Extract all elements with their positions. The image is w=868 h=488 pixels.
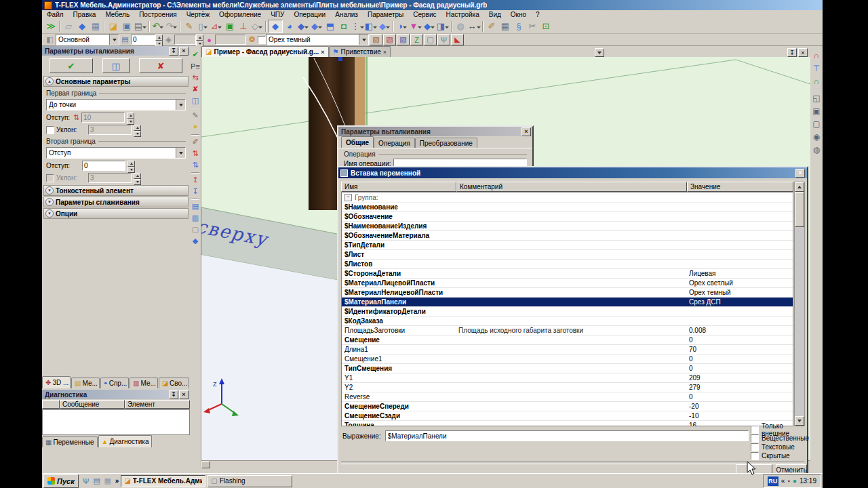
menu-item[interactable]: Мебель <box>100 11 134 18</box>
undo-icon[interactable]: ↶ <box>151 20 165 33</box>
paperclip-icon[interactable]: § <box>512 20 526 33</box>
extrusion-dialog-title-bar[interactable]: Параметры выталкивания × <box>338 127 532 136</box>
variable-row[interactable]: Толщина 16 <box>342 421 793 426</box>
ok-button[interactable]: ✔ <box>50 58 93 73</box>
scroll-left-box[interactable] <box>201 461 210 468</box>
slope2-input[interactable] <box>88 173 132 183</box>
print-icon[interactable]: ▤ <box>134 20 147 33</box>
sketch-icon[interactable]: ✎ <box>182 20 196 33</box>
task-flashing[interactable]: ▢Flashing <box>208 475 292 487</box>
filter-option[interactable]: Вещественные <box>751 434 809 442</box>
close-icon[interactable]: × <box>179 47 189 56</box>
insert-dialog-title-bar[interactable]: Вставка переменной × <box>338 167 807 178</box>
preview-icon[interactable]: ◫ <box>190 95 201 106</box>
select-box-icon[interactable]: ⊡ <box>539 20 553 33</box>
layer-number-input[interactable] <box>131 35 155 45</box>
level-input[interactable] <box>174 35 196 45</box>
menu-item[interactable]: Операции <box>289 11 330 18</box>
tab-list-dropdown-icon[interactable] <box>595 48 604 57</box>
variable-row[interactable]: $ОбозначениеМатериала <box>342 231 793 241</box>
filter-option[interactable]: Текстовые <box>751 443 809 451</box>
filter-checkbox[interactable] <box>751 434 759 443</box>
warning-edit-icon[interactable]: ✶ <box>190 121 201 133</box>
workplane-icon[interactable]: ▣ <box>223 20 237 33</box>
z-direction-icon[interactable]: Z <box>410 34 423 45</box>
offset1-spinner[interactable] <box>127 113 134 123</box>
variable-row[interactable]: Смещение1 0 <box>342 354 793 364</box>
combo-dropdown-icon[interactable] <box>176 148 185 158</box>
mesh-sphere-icon[interactable]: ◍ <box>454 20 467 33</box>
tab-help[interactable]: ◓Спр... <box>100 378 129 388</box>
magnet-off-icon[interactable]: ∩ <box>811 49 823 62</box>
variable-row[interactable]: $Лист <box>342 250 793 260</box>
filter-checkbox[interactable] <box>751 426 759 434</box>
save-icon[interactable]: ▣ <box>120 20 134 33</box>
redo-icon[interactable]: ↷ <box>165 20 178 33</box>
menu-item[interactable]: Сервис <box>408 11 441 18</box>
start-button[interactable]: Пуск <box>43 474 79 488</box>
unlink-icon[interactable]: ✂ <box>526 20 539 33</box>
body-select-icon[interactable]: ◆ <box>190 235 201 247</box>
offset1-input[interactable] <box>81 113 125 123</box>
cancel-icon[interactable]: ✘ <box>190 83 201 95</box>
layer-spinner[interactable] <box>155 35 163 45</box>
scroll-up-icon[interactable] <box>795 182 804 192</box>
variable-row[interactable]: СмещениеСпереди -20 <box>342 402 793 411</box>
cut-body-icon[interactable]: ◑ <box>395 20 409 33</box>
offset2-input[interactable] <box>82 161 125 171</box>
menu-item[interactable]: Файл <box>42 11 68 18</box>
texture-front-icon[interactable]: ▧ <box>383 34 396 45</box>
slope1-checkbox[interactable] <box>46 126 54 134</box>
variable-row[interactable]: СмещениеСзади -10 <box>342 411 793 421</box>
pin-icon[interactable]: ↧ <box>787 48 797 57</box>
filter-option[interactable]: Только внешние <box>751 426 809 433</box>
section-smoothing[interactable]: ▼ Параметры сглаживания <box>43 197 189 207</box>
menu-item[interactable]: ЧПУ <box>266 11 289 18</box>
edit-contour-icon[interactable]: ✐ <box>190 136 201 148</box>
calculator-icon[interactable]: ▦ <box>498 20 512 33</box>
material-override-checkbox[interactable] <box>258 36 266 44</box>
variable-row[interactable]: Длина1 70 <box>342 345 793 354</box>
texture-side-icon[interactable]: ▧ <box>397 34 410 45</box>
to-point-icon[interactable]: ↥ <box>190 174 201 186</box>
variable-row[interactable]: Reverse 0 <box>342 392 793 402</box>
slope1-spinner[interactable] <box>134 125 141 135</box>
face-set2-icon[interactable]: ▥ <box>190 212 201 224</box>
cancel-button[interactable]: ✘ <box>139 58 182 73</box>
dialog-tab[interactable]: Операция <box>374 138 415 148</box>
extrusion-icon[interactable]: ◆ <box>268 20 283 33</box>
blend-icon[interactable]: ◆ <box>310 20 323 33</box>
menu-item[interactable]: ? <box>531 11 545 18</box>
solid-icon[interactable]: ◆ <box>422 20 436 33</box>
edit-document-icon[interactable]: ✐ <box>485 20 498 33</box>
tab-menu2[interactable]: ▥Ме... <box>130 378 158 388</box>
swap-direction-icon[interactable]: ⇆ <box>190 72 201 83</box>
vertex-node[interactable] <box>338 57 342 61</box>
filter-checkbox[interactable] <box>751 452 759 460</box>
zoom-selection-icon[interactable]: ◍ <box>811 143 823 156</box>
variable-row[interactable]: $МатериалПанели Срез ДСП <box>342 298 793 307</box>
new-3d-model-icon[interactable]: ◆ <box>75 20 89 33</box>
variable-row[interactable]: $СторонаДетали Лицевая <box>342 269 793 279</box>
tab-3d[interactable]: ✥3D ... <box>42 376 71 388</box>
variable-row[interactable]: $ИдентификаторДетали <box>342 307 793 317</box>
close-icon[interactable]: × <box>179 390 189 399</box>
section-thin-wall[interactable]: ▼ Тонкостенный элемент <box>43 185 189 196</box>
variable-row[interactable]: ПлощадьЗаготовки Площадь исходного габар… <box>342 326 793 336</box>
from-point-icon[interactable]: ↧ <box>190 186 201 197</box>
variable-row[interactable]: $НаименованиеИзделия <box>342 222 793 231</box>
quick-launch-icon-2[interactable]: ▤ <box>92 476 102 487</box>
zoom-frame-icon[interactable]: ▢ <box>811 117 823 130</box>
section-plane-icon[interactable]: ◇ <box>250 20 264 33</box>
second-boundary-combo[interactable]: Отступ <box>46 147 186 159</box>
task-tflex[interactable]: ◪T-FLEX Мебель.Адми... <box>121 475 205 487</box>
confirm-icon[interactable]: ✔ <box>190 49 201 60</box>
tab-primer-fasad[interactable]: ◪Пример - Фасад радиусный.g...× <box>201 46 329 57</box>
tab-variables[interactable]: ▦Переменные <box>42 436 98 447</box>
variable-row[interactable]: $Листов <box>342 260 793 269</box>
language-indicator[interactable]: RU <box>768 476 778 486</box>
variable-row[interactable]: Y1 209 <box>342 373 793 383</box>
quick-launch-icon-3[interactable]: ▦ <box>102 476 113 487</box>
tray-icon-1[interactable]: ▪ <box>787 477 790 485</box>
tray-icon-2[interactable]: ● <box>793 477 797 485</box>
